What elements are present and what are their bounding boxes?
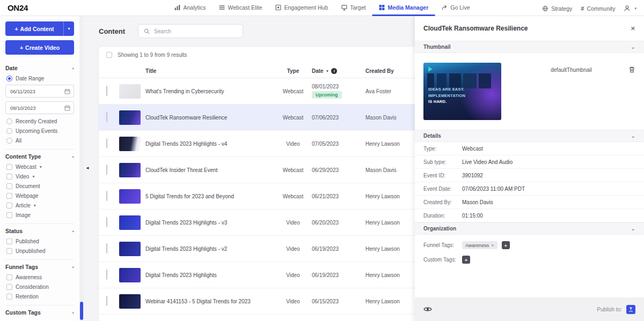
scrollbar-thumb[interactable] bbox=[80, 302, 83, 320]
on24-logo: ON24 bbox=[8, 3, 28, 12]
row-checkbox[interactable] bbox=[106, 138, 107, 148]
details-section-bar[interactable]: Details ⌄ bbox=[415, 130, 644, 142]
tab-go-live[interactable]: Go Live bbox=[435, 0, 476, 16]
content-type-checkbox[interactable]: Image ▾ bbox=[6, 212, 74, 219]
results-bar: Showing 1 to 9 from 9 results bbox=[99, 47, 415, 64]
search-box[interactable] bbox=[138, 24, 243, 38]
organization-section-bar[interactable]: Organization ⌄ bbox=[415, 222, 644, 235]
chevron-down-icon[interactable]: ▾ bbox=[34, 203, 36, 208]
tab-engagement-hub[interactable]: Engagement Hub bbox=[269, 0, 335, 16]
row-title[interactable]: Digital Trends 2023 Highlights bbox=[145, 272, 274, 278]
row-title[interactable]: CloudTek Ransomware Resilience bbox=[145, 115, 274, 121]
user-menu[interactable]: ▾ bbox=[624, 0, 636, 16]
date-section-header[interactable]: Date ▴ bbox=[5, 65, 74, 71]
content-type-checkbox[interactable]: Webpage ▾ bbox=[6, 192, 74, 199]
row-checkbox[interactable] bbox=[106, 217, 107, 227]
date-filter-radio[interactable]: Upcoming Events bbox=[6, 128, 74, 135]
row-checkbox[interactable] bbox=[106, 270, 107, 280]
date-filter-radio[interactable]: Recently Created bbox=[6, 118, 74, 125]
chevron-down-icon[interactable]: ▾ bbox=[32, 174, 34, 179]
row-checkbox[interactable] bbox=[106, 165, 107, 175]
row-checkbox[interactable] bbox=[106, 112, 107, 122]
content-type-checkbox[interactable]: Document ▾ bbox=[6, 183, 74, 190]
funnel-tags-header[interactable]: Funnel Tags ▴ bbox=[5, 264, 74, 270]
trash-icon bbox=[628, 66, 635, 73]
row-created-by: Henry Lawson bbox=[365, 298, 415, 304]
row-checkbox[interactable] bbox=[106, 243, 107, 253]
status-checkbox[interactable]: Published bbox=[6, 238, 74, 245]
delete-thumbnail-button[interactable] bbox=[628, 66, 635, 76]
row-title[interactable]: Digital Trends 2023 Highlights - v4 bbox=[145, 141, 274, 147]
nav-strategy[interactable]: Strategy bbox=[542, 0, 572, 16]
sort-desc-icon[interactable]: ▼ bbox=[326, 69, 329, 73]
chevron-down-icon[interactable]: ⌄ bbox=[631, 226, 635, 232]
funnel-tags-row: Funnel Tags: Awareness × + bbox=[423, 241, 635, 249]
table-row[interactable]: Digital Trends 2023 Highlights Video 06/… bbox=[99, 262, 415, 288]
add-content-dropdown[interactable]: ▾ bbox=[63, 21, 74, 36]
custom-tags-header[interactable]: Custom Tags ▴ bbox=[5, 309, 74, 316]
add-custom-tag-button[interactable]: + bbox=[462, 256, 470, 264]
row-title[interactable]: What's Trending in Cybersecurity bbox=[145, 88, 274, 94]
preview-button[interactable] bbox=[423, 306, 432, 312]
date-to-input[interactable] bbox=[9, 104, 62, 111]
thumbnail-section-bar[interactable]: Thumbnail ⌄ bbox=[415, 41, 644, 53]
row-title[interactable]: Digital Trends 2023 Highlights - v3 bbox=[145, 220, 274, 226]
funnel-tag-checkbox[interactable]: Awareness bbox=[6, 274, 74, 281]
row-checkbox[interactable] bbox=[106, 296, 107, 306]
content-type-header[interactable]: Content Type ▴ bbox=[5, 153, 74, 160]
table-header: Title Type Date ▼ i Created By bbox=[99, 64, 415, 78]
status-checkbox[interactable]: Unpublished bbox=[6, 248, 74, 255]
chip-label: Awareness bbox=[465, 243, 489, 248]
sidebar-collapse-handle[interactable]: ◄ bbox=[84, 162, 91, 173]
row-title[interactable]: 5 Digital Trends for 2023 and Beyond bbox=[145, 193, 274, 199]
tab-target[interactable]: Target bbox=[334, 0, 372, 16]
chevron-down-icon[interactable]: ▾ bbox=[40, 165, 42, 169]
nav-label: Strategy bbox=[551, 5, 572, 12]
info-icon[interactable]: i bbox=[331, 68, 337, 74]
content-type-checkbox[interactable]: Webcast ▾ bbox=[6, 163, 74, 170]
radio-icon bbox=[6, 138, 12, 144]
table-row[interactable]: CloudTek Insider Threat Event Webcast 06… bbox=[99, 157, 415, 183]
date-from-input[interactable] bbox=[9, 88, 62, 95]
search-input[interactable] bbox=[153, 28, 237, 35]
date-from-field[interactable] bbox=[5, 85, 74, 98]
chevron-down-icon[interactable]: ⌄ bbox=[631, 133, 635, 139]
tab-label: Go Live bbox=[450, 4, 470, 11]
nav-community[interactable]: # Community bbox=[581, 0, 615, 16]
table-row[interactable]: Digital Trends 2023 Highlights - v4 Vide… bbox=[99, 131, 415, 157]
remove-tag-icon[interactable]: × bbox=[491, 243, 494, 248]
publish-button[interactable] bbox=[626, 305, 635, 314]
status-header[interactable]: Status ▴ bbox=[5, 228, 74, 234]
table-row[interactable]: What's Trending in Cybersecurity Webcast… bbox=[99, 78, 415, 104]
tab-media-manager[interactable]: Media Manager bbox=[372, 0, 435, 16]
funnel-tag-checkbox[interactable]: Retention bbox=[6, 293, 74, 300]
tab-analytics[interactable]: Analytics bbox=[168, 0, 213, 16]
funnel-tag-checkbox[interactable]: Consideration bbox=[6, 283, 74, 290]
table-row[interactable]: Digital Trends 2023 Highlights - v3 Vide… bbox=[99, 210, 415, 236]
date-filter-radio[interactable]: All bbox=[6, 137, 74, 144]
content-type-checkbox[interactable]: Article ▾ bbox=[6, 202, 74, 209]
row-title[interactable]: Digital Trends 2023 Highlights - v2 bbox=[145, 246, 274, 252]
tab-webcast-elite[interactable]: Webcast Elite bbox=[213, 0, 269, 16]
table-row[interactable]: Digital Trends 2023 Highlights - v2 Vide… bbox=[99, 236, 415, 262]
row-checkbox[interactable] bbox=[106, 191, 107, 201]
table-row[interactable]: Webinar 4141153 - 5 Digital Trends for 2… bbox=[99, 288, 415, 315]
add-funnel-tag-button[interactable]: + bbox=[502, 241, 510, 249]
create-video-button[interactable]: +Create Video bbox=[5, 40, 74, 55]
close-icon[interactable]: ✕ bbox=[631, 25, 635, 32]
go-live-arrow-icon bbox=[441, 4, 448, 11]
table-row[interactable]: CloudTek Ransomware Resilience Webcast 0… bbox=[99, 104, 415, 131]
column-date[interactable]: Date ▼ i bbox=[312, 68, 365, 74]
date-to-field[interactable] bbox=[5, 101, 74, 114]
chevron-down-icon[interactable]: ⌄ bbox=[631, 44, 635, 50]
table-row[interactable]: 5 Digital Trends for 2023 and Beyond Web… bbox=[99, 183, 415, 210]
row-title[interactable]: Webinar 4141153 - 5 Digital Trends for 2… bbox=[145, 298, 274, 304]
add-content-button[interactable]: +Add Content ▾ bbox=[5, 21, 74, 36]
row-checkbox[interactable] bbox=[106, 86, 107, 96]
date-range-radio[interactable]: Date Range bbox=[6, 75, 74, 82]
thumbnail-image: IDEAS ARE EASY.IMPLEMENTATIONIS HARD. bbox=[423, 63, 501, 120]
select-all-checkbox[interactable] bbox=[106, 52, 112, 58]
content-type-checkbox[interactable]: Video ▾ bbox=[6, 173, 74, 180]
row-title[interactable]: CloudTek Insider Threat Event bbox=[145, 167, 274, 173]
funnel-tag-chip[interactable]: Awareness × bbox=[462, 241, 497, 249]
